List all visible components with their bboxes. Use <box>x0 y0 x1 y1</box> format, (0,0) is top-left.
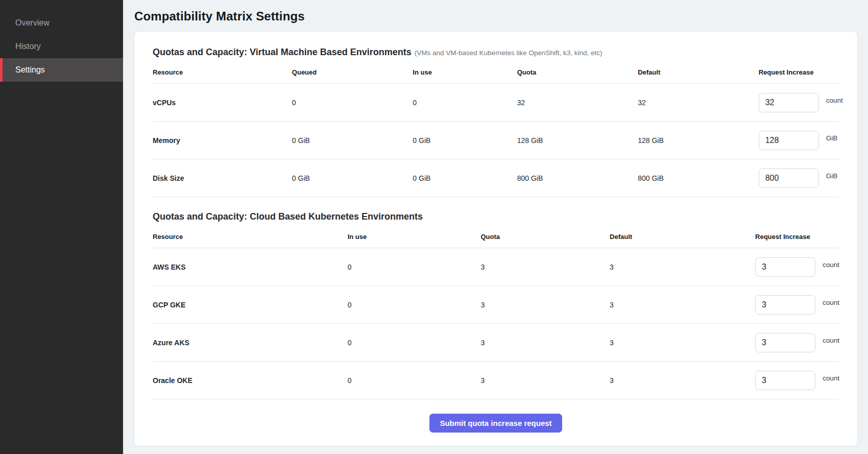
resource-name: Azure AKS <box>153 324 348 362</box>
in-use-value: 0 <box>348 248 481 286</box>
request-increase-cell: count <box>755 295 839 315</box>
table-row: Azure AKS 0 3 3 count <box>153 324 839 362</box>
request-increase-cell: GiB <box>759 169 839 188</box>
sidebar-item-label: Overview <box>15 18 50 28</box>
sidebar-item-overview[interactable]: Overview <box>0 11 123 35</box>
request-increase-input[interactable] <box>755 333 815 352</box>
column-header-in-use: In use <box>413 58 517 84</box>
column-header-queued: Queued <box>292 58 413 84</box>
quota-value: 32 <box>517 84 638 122</box>
column-header-request-increase: Request Increase <box>759 58 839 84</box>
quota-value: 3 <box>480 248 610 286</box>
unit-label: GiB <box>826 172 838 180</box>
quota-value: 3 <box>480 324 610 362</box>
unit-label: GiB <box>826 134 838 142</box>
vm-quota-table: Resource Queued In use Quota Default Req… <box>153 58 839 197</box>
quota-value: 800 GiB <box>517 159 638 197</box>
table-row: vCPUs 0 0 32 32 count <box>153 84 839 122</box>
request-increase-input[interactable] <box>759 93 819 112</box>
column-header-default: Default <box>610 222 755 248</box>
table-row: Disk Size 0 GiB 0 GiB 800 GiB 800 GiB Gi… <box>153 159 839 197</box>
settings-card: Quotas and Capacity: Virtual Machine Bas… <box>134 31 858 446</box>
sidebar-item-label: History <box>15 42 41 51</box>
default-value: 128 GiB <box>638 122 759 159</box>
unit-label: count <box>823 261 839 269</box>
request-increase-cell: count <box>759 93 839 112</box>
sidebar: Overview History Settings <box>0 0 123 454</box>
resource-name: Memory <box>153 122 292 159</box>
cloud-quota-table: Resource In use Quota Default Request In… <box>153 222 839 399</box>
request-increase-input[interactable] <box>755 371 815 390</box>
unit-label: count <box>823 337 839 344</box>
column-header-resource: Resource <box>153 58 292 84</box>
cloud-table-header-row: Resource In use Quota Default Request In… <box>153 222 839 248</box>
in-use-value: 0 GiB <box>413 159 517 197</box>
request-increase-input[interactable] <box>755 295 815 315</box>
resource-name: vCPUs <box>153 84 292 122</box>
column-header-in-use: In use <box>348 222 481 248</box>
default-value: 3 <box>610 286 755 324</box>
cloud-section-title: Quotas and Capacity: Cloud Based Kuberne… <box>153 211 839 222</box>
resource-name: Oracle OKE <box>153 362 348 399</box>
quota-value: 128 GiB <box>517 122 638 159</box>
request-increase-cell: count <box>755 333 839 352</box>
default-value: 32 <box>638 84 759 122</box>
request-increase-cell: count <box>755 257 839 277</box>
in-use-value: 0 <box>348 286 481 324</box>
queued-value: 0 <box>292 84 413 122</box>
request-increase-input[interactable] <box>759 169 819 188</box>
in-use-value: 0 <box>413 84 517 122</box>
table-row: GCP GKE 0 3 3 count <box>153 286 839 324</box>
column-header-default: Default <box>638 58 759 84</box>
unit-label: count <box>823 374 839 382</box>
vm-section-subtitle: (VMs and VM-based Kubernetes like OpenSh… <box>415 49 602 57</box>
queued-value: 0 GiB <box>292 122 413 159</box>
main-content: Compatibility Matrix Settings Quotas and… <box>123 0 868 454</box>
resource-name: AWS EKS <box>153 248 348 286</box>
column-header-quota: Quota <box>517 58 638 84</box>
default-value: 3 <box>610 362 755 399</box>
quota-value: 3 <box>480 362 610 399</box>
table-row: Oracle OKE 0 3 3 count <box>153 362 839 399</box>
sidebar-item-history[interactable]: History <box>0 35 123 58</box>
in-use-value: 0 <box>348 362 481 399</box>
request-increase-cell: GiB <box>759 131 839 150</box>
submit-quota-increase-button[interactable]: Submit quota increase request <box>429 414 562 433</box>
in-use-value: 0 GiB <box>413 122 517 159</box>
queued-value: 0 GiB <box>292 159 413 197</box>
column-header-resource: Resource <box>153 222 348 248</box>
table-row: AWS EKS 0 3 3 count <box>153 248 839 286</box>
vm-section-title: Quotas and Capacity: Virtual Machine Bas… <box>153 47 839 58</box>
submit-row: Submit quota increase request <box>153 399 839 436</box>
table-row: Memory 0 GiB 0 GiB 128 GiB 128 GiB GiB <box>153 122 839 159</box>
resource-name: Disk Size <box>153 159 292 197</box>
default-value: 800 GiB <box>638 159 759 197</box>
quota-value: 3 <box>480 286 610 324</box>
in-use-value: 0 <box>348 324 481 362</box>
vm-table-header-row: Resource Queued In use Quota Default Req… <box>153 58 839 84</box>
resource-name: GCP GKE <box>153 286 348 324</box>
sidebar-item-settings[interactable]: Settings <box>0 58 123 82</box>
page-title: Compatibility Matrix Settings <box>134 9 858 23</box>
column-header-request-increase: Request Increase <box>755 222 839 248</box>
cloud-section-title-text: Quotas and Capacity: Cloud Based Kuberne… <box>153 211 423 222</box>
request-increase-cell: count <box>755 371 839 390</box>
vm-section-title-text: Quotas and Capacity: Virtual Machine Bas… <box>153 47 412 57</box>
unit-label: count <box>823 299 839 306</box>
default-value: 3 <box>610 324 755 362</box>
unit-label: count <box>826 97 843 104</box>
request-increase-input[interactable] <box>759 131 819 150</box>
request-increase-input[interactable] <box>755 257 815 277</box>
sidebar-item-label: Settings <box>15 65 45 75</box>
column-header-quota: Quota <box>480 222 610 248</box>
default-value: 3 <box>610 248 755 286</box>
